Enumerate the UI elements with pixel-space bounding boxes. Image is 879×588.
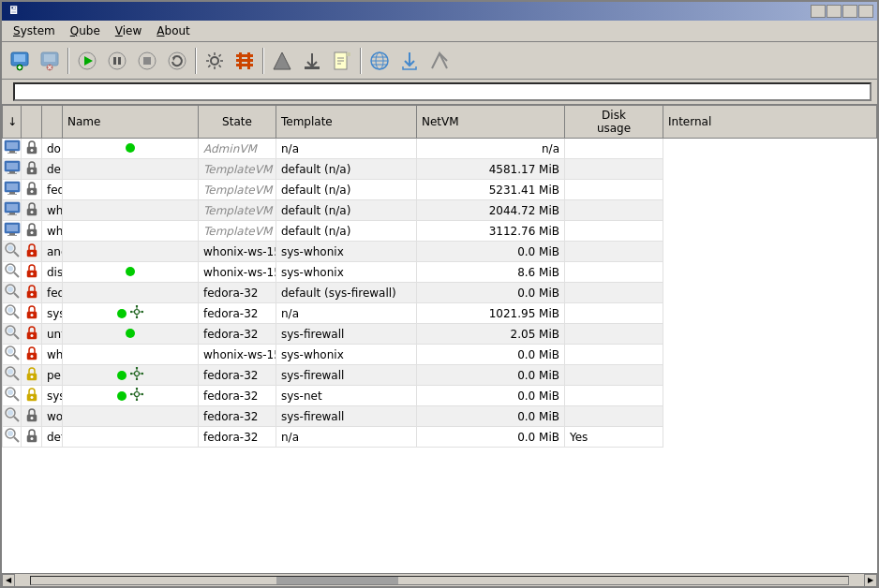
svg-point-104 bbox=[7, 348, 13, 354]
svg-point-127 bbox=[134, 392, 139, 397]
svg-rect-41 bbox=[9, 151, 15, 153]
table-row[interactable]: workfedora-32sys-firewall0.0 MiB bbox=[3, 406, 877, 427]
svg-line-86 bbox=[14, 314, 19, 318]
svg-point-97 bbox=[142, 311, 143, 313]
vm-internal bbox=[565, 386, 663, 406]
vm-template: fedora-32 bbox=[199, 386, 276, 406]
table-row[interactable]: whonix-gw-15TemplateVMdefault (n/a)2044.… bbox=[3, 200, 877, 221]
vm-netvm: sys-whonix bbox=[276, 242, 417, 262]
pause-vm-button[interactable] bbox=[103, 47, 131, 75]
col-header-state[interactable]: State bbox=[199, 106, 276, 139]
vm-type-icon bbox=[3, 139, 22, 159]
vm-type-icon bbox=[3, 221, 22, 242]
col-header-template[interactable]: Template bbox=[276, 106, 417, 139]
vm-netvm: sys-firewall bbox=[276, 406, 417, 427]
backup-button[interactable] bbox=[298, 47, 326, 75]
close-button[interactable] bbox=[858, 5, 873, 18]
vm-lock-icon bbox=[22, 159, 42, 180]
vm-lock-icon bbox=[22, 427, 42, 448]
table-row[interactable]: dom0AdminVMn/an/a bbox=[3, 139, 877, 159]
table-row[interactable]: disp6018whonix-ws-15-dvmsys-whonix8.6 Mi… bbox=[3, 262, 877, 283]
vm-internal bbox=[565, 200, 663, 221]
table-row[interactable]: debian-10TemplateVMdefault (n/a)4581.17 … bbox=[3, 159, 877, 180]
table-row[interactable]: sys-firewall fedora-32sys-net0.0 MiB bbox=[3, 386, 877, 406]
menu-qube[interactable]: Qube bbox=[63, 22, 108, 39]
scroll-left-button[interactable]: ◀ bbox=[2, 574, 15, 587]
vm-disk-usage: 0.0 MiB bbox=[417, 283, 565, 303]
about-app-button[interactable] bbox=[425, 47, 454, 75]
search-input[interactable] bbox=[13, 82, 872, 101]
svg-rect-16 bbox=[143, 57, 151, 65]
toolbar bbox=[2, 42, 877, 80]
scrollbar-thumb[interactable] bbox=[276, 577, 399, 584]
table-row[interactable]: untrustedfedora-32sys-firewall2.05 MiB bbox=[3, 324, 877, 345]
svg-point-78 bbox=[30, 272, 33, 275]
vm-type-icon bbox=[3, 180, 22, 200]
maximize-button[interactable] bbox=[842, 5, 857, 18]
svg-rect-26 bbox=[305, 66, 320, 69]
svg-line-138 bbox=[14, 417, 19, 421]
restart-vm-button[interactable] bbox=[163, 47, 191, 75]
table-row[interactable]: whonix-ws-15-dvmwhonix-ws-15sys-whonix0.… bbox=[3, 345, 877, 365]
svg-point-142 bbox=[7, 431, 13, 436]
svg-rect-24 bbox=[247, 52, 250, 69]
clone-vm-button[interactable] bbox=[268, 47, 296, 75]
vm-netvm: sys-firewall bbox=[276, 324, 417, 345]
svg-point-137 bbox=[7, 410, 13, 416]
scrollbar-track[interactable] bbox=[30, 576, 849, 585]
menu-about[interactable]: About bbox=[149, 22, 198, 39]
global-settings-button[interactable] bbox=[365, 47, 394, 75]
svg-point-12 bbox=[109, 52, 126, 69]
col-header-sort[interactable]: ↓ bbox=[3, 106, 22, 139]
title-bar: 🖥 bbox=[2, 2, 877, 21]
menu-system[interactable]: System bbox=[6, 22, 63, 39]
vm-netvm: default (n/a) bbox=[276, 200, 417, 221]
svg-point-99 bbox=[7, 328, 13, 333]
table-row[interactable]: anon-whonixwhonix-ws-15sys-whonix0.0 MiB bbox=[3, 242, 877, 262]
vm-netvm: default (n/a) bbox=[276, 180, 417, 200]
menu-bar: System Qube View About bbox=[2, 21, 877, 42]
vm-disk-usage: 0.0 MiB bbox=[417, 345, 565, 365]
table-row[interactable]: sys-net fedora-32n/a1021.95 MiB bbox=[3, 303, 877, 324]
firewall-button[interactable] bbox=[231, 47, 259, 75]
vm-internal bbox=[565, 406, 663, 427]
col-header-netvm[interactable]: NetVM bbox=[417, 106, 565, 139]
table-row[interactable]: fedora-32-dvmfedora-32default (sys-firew… bbox=[3, 283, 877, 303]
vm-disk-usage: n/a bbox=[417, 139, 565, 159]
delete-vm-button[interactable] bbox=[36, 47, 64, 75]
table-row[interactable]: personal fedora-32sys-firewall0.0 MiB bbox=[3, 365, 877, 386]
svg-rect-52 bbox=[7, 184, 18, 190]
vm-template: fedora-32 bbox=[199, 283, 276, 303]
svg-rect-64 bbox=[7, 225, 18, 231]
svg-point-19 bbox=[211, 57, 218, 65]
minimize-button[interactable] bbox=[811, 5, 826, 18]
vm-state bbox=[63, 365, 199, 386]
vm-name: whonix-gw-15 bbox=[42, 200, 63, 221]
svg-point-85 bbox=[7, 307, 13, 313]
svg-rect-58 bbox=[7, 204, 18, 211]
svg-line-105 bbox=[14, 355, 19, 360]
col-header-disk[interactable]: Diskusage bbox=[565, 106, 663, 139]
vm-name: whonix-ws-15 bbox=[42, 221, 63, 242]
col-header-internal[interactable]: Internal bbox=[663, 106, 877, 139]
start-vm-button[interactable] bbox=[73, 47, 101, 75]
svg-point-95 bbox=[136, 316, 138, 318]
col-header-icon2 bbox=[42, 106, 63, 139]
vm-state bbox=[63, 324, 199, 345]
scroll-right-button[interactable]: ▶ bbox=[864, 574, 877, 587]
table-row[interactable]: whonix-ws-15TemplateVMdefault (n/a)3112.… bbox=[3, 221, 877, 242]
table-row[interactable]: fedora-32TemplateVMdefault (n/a)5231.41 … bbox=[3, 180, 877, 200]
vm-settings-button[interactable] bbox=[201, 47, 229, 75]
vm-disk-usage: 0.0 MiB bbox=[417, 406, 565, 427]
svg-point-133 bbox=[136, 399, 138, 401]
vm-type-icon bbox=[3, 303, 22, 324]
separator-4 bbox=[360, 48, 362, 74]
restore-button[interactable] bbox=[328, 47, 356, 75]
table-row[interactable]: default-mgmt-dvmfedora-32n/a0.0 MiBYes bbox=[3, 427, 877, 448]
new-vm-button[interactable] bbox=[6, 47, 34, 75]
download-button[interactable] bbox=[395, 47, 424, 75]
stop-vm-button[interactable] bbox=[133, 47, 161, 75]
restore-button[interactable] bbox=[827, 5, 842, 18]
col-header-name[interactable]: Name bbox=[63, 106, 199, 139]
menu-view[interactable]: View bbox=[108, 22, 149, 39]
